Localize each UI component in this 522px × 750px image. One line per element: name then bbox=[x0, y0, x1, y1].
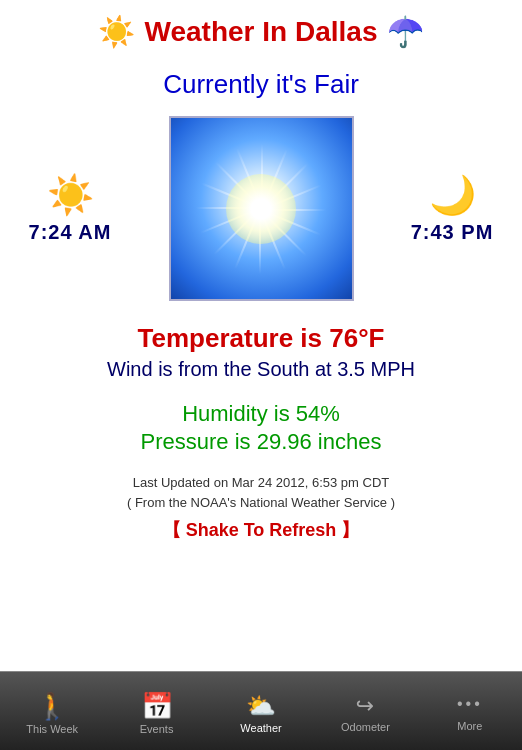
humidity-section: Humidity is 54% Pressure is 29.96 inches bbox=[0, 387, 522, 461]
shake-to-refresh[interactable]: 【 Shake To Refresh 】 bbox=[20, 518, 502, 542]
odometer-label: Odometer bbox=[341, 721, 390, 733]
wind-info: Wind is from the South at 3.5 MPH bbox=[10, 358, 512, 381]
sunset-info: 🌙 7:43 PM bbox=[402, 173, 502, 244]
condition-text: Currently it's Fair bbox=[163, 69, 359, 99]
app-header: ☀️ Weather In Dallas ☂️ bbox=[0, 0, 522, 59]
odometer-icon: ↩ bbox=[356, 695, 374, 717]
temperature-value: Temperature is 76°F bbox=[10, 323, 512, 354]
humidity-value: Humidity is 54% bbox=[10, 401, 512, 427]
events-label: Events bbox=[140, 723, 174, 735]
sunrise-time: 7:24 AM bbox=[29, 221, 112, 244]
weather-image bbox=[169, 116, 354, 301]
update-section: Last Updated on Mar 24 2012, 6:53 pm CDT… bbox=[0, 461, 522, 546]
nav-this-week[interactable]: 🚶 This Week bbox=[0, 672, 104, 750]
update-line1: Last Updated on Mar 24 2012, 6:53 pm CDT bbox=[133, 475, 390, 490]
this-week-icon: 🚶 bbox=[36, 693, 68, 719]
more-icon: ••• bbox=[457, 696, 483, 716]
current-condition: Currently it's Fair bbox=[0, 59, 522, 108]
sun-glow bbox=[226, 174, 296, 244]
events-icon: 📅 bbox=[141, 693, 173, 719]
sky-background bbox=[171, 118, 352, 299]
update-line2: ( From the NOAA's National Weather Servi… bbox=[127, 495, 395, 510]
temperature-section: Temperature is 76°F Wind is from the Sou… bbox=[0, 309, 522, 387]
pressure-value: Pressure is 29.96 inches bbox=[10, 429, 512, 455]
sunrise-icon: ☀️ bbox=[47, 173, 94, 217]
weather-nav-icon: ⛅ bbox=[246, 694, 276, 718]
sunset-time: 7:43 PM bbox=[411, 221, 494, 244]
this-week-label: This Week bbox=[26, 723, 78, 735]
sun-moon-row: ☀️ 7:24 AM bbox=[0, 108, 522, 309]
nav-events[interactable]: 📅 Events bbox=[104, 672, 208, 750]
nav-weather[interactable]: ⛅ Weather bbox=[209, 672, 313, 750]
nav-odometer[interactable]: ↩ Odometer bbox=[313, 672, 417, 750]
more-label: More bbox=[457, 720, 482, 732]
sunset-icon: 🌙 bbox=[429, 173, 476, 217]
sun-header-icon: ☀️ bbox=[98, 14, 135, 49]
weather-label: Weather bbox=[240, 722, 281, 734]
nav-more[interactable]: ••• More bbox=[418, 672, 522, 750]
sunrise-info: ☀️ 7:24 AM bbox=[20, 173, 120, 244]
bottom-navigation: 🚶 This Week 📅 Events ⛅ Weather ↩ Odomete… bbox=[0, 671, 522, 750]
last-updated: Last Updated on Mar 24 2012, 6:53 pm CDT… bbox=[20, 473, 502, 512]
page-title: Weather In Dallas bbox=[145, 16, 378, 48]
umbrella-header-icon: ☂️ bbox=[387, 14, 424, 49]
